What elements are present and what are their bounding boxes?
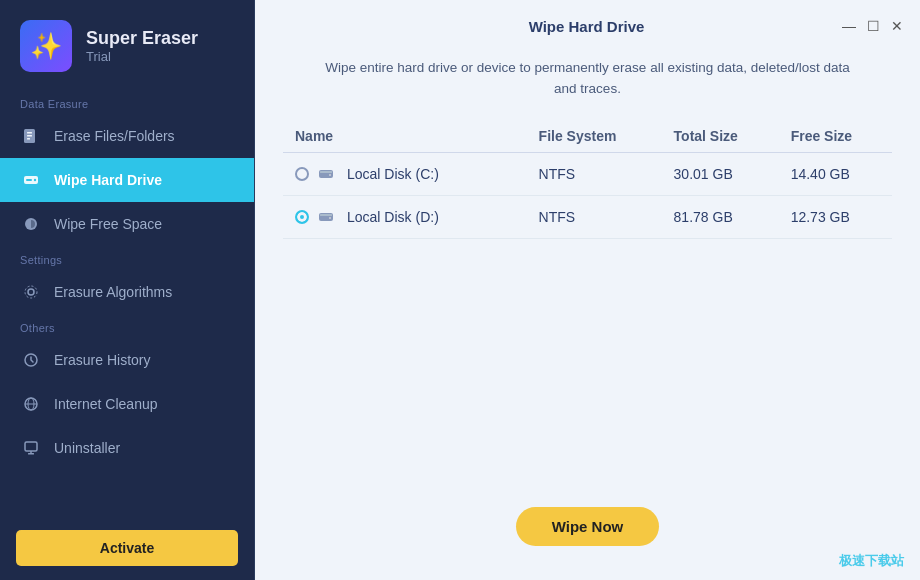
radio-button-0[interactable]	[295, 167, 309, 181]
app-header: ✨ Super Eraser Trial	[0, 0, 254, 90]
col-totalsize-header: Total Size	[662, 120, 779, 153]
erase-files-label: Erase Files/Folders	[54, 128, 175, 144]
erase-files-icon	[20, 125, 42, 147]
svg-point-8	[25, 286, 37, 298]
minimize-button[interactable]: —	[842, 19, 856, 33]
disk-name-0: Local Disk (C:)	[347, 166, 439, 182]
wipe-hard-drive-icon	[20, 169, 42, 191]
sidebar-item-erase-files[interactable]: Erase Files/Folders	[0, 114, 254, 158]
app-logo-icon: ✨	[30, 31, 62, 62]
disk-total-1: 81.78 GB	[662, 195, 779, 238]
app-title-block: Super Eraser Trial	[86, 28, 198, 64]
col-filesystem-header: File System	[527, 120, 662, 153]
sidebar-item-erasure-algorithms[interactable]: Erasure Algorithms	[0, 270, 254, 314]
section-others-label: Others	[0, 314, 254, 338]
sidebar-item-uninstaller[interactable]: Uninstaller	[0, 426, 254, 470]
svg-rect-5	[26, 179, 32, 181]
sidebar-item-wipe-free-space[interactable]: Wipe Free Space	[0, 202, 254, 246]
col-name-header: Name	[283, 120, 527, 153]
wipe-now-button[interactable]: Wipe Now	[516, 507, 660, 546]
main-panel: Wipe Hard Drive — ☐ ✕ Wipe entire hard d…	[255, 0, 920, 580]
app-logo: ✨	[20, 20, 72, 72]
radio-button-1[interactable]	[295, 210, 309, 224]
wipe-free-space-label: Wipe Free Space	[54, 216, 162, 232]
close-button[interactable]: ✕	[890, 19, 904, 33]
internet-cleanup-icon	[20, 393, 42, 415]
disk-table: Name File System Total Size Free Size	[283, 120, 892, 239]
section-settings-label: Settings	[0, 246, 254, 270]
svg-point-7	[28, 289, 34, 295]
svg-point-18	[329, 174, 331, 176]
section-data-erasure-label: Data Erasure	[0, 90, 254, 114]
internet-cleanup-label: Internet Cleanup	[54, 396, 158, 412]
disk-name-cell-1: Local Disk (D:)	[283, 195, 527, 238]
disk-fs-0: NTFS	[527, 152, 662, 195]
disk-icon-1	[317, 208, 335, 226]
window-controls: — ☐ ✕	[842, 19, 904, 33]
erasure-algorithms-label: Erasure Algorithms	[54, 284, 172, 300]
sidebar-item-internet-cleanup[interactable]: Internet Cleanup	[0, 382, 254, 426]
disk-name-cell-0: Local Disk (C:)	[283, 152, 527, 195]
svg-point-21	[329, 217, 331, 219]
uninstaller-icon	[20, 437, 42, 459]
col-freesize-header: Free Size	[779, 120, 892, 153]
disk-name-1: Local Disk (D:)	[347, 209, 439, 225]
sidebar-item-wipe-hard-drive[interactable]: Wipe Hard Drive	[0, 158, 254, 202]
uninstaller-label: Uninstaller	[54, 440, 120, 456]
app-subtitle: Trial	[86, 49, 198, 64]
watermark: 极速下载站	[839, 552, 904, 570]
svg-rect-17	[320, 171, 332, 173]
erasure-history-icon	[20, 349, 42, 371]
table-row[interactable]: Local Disk (D:) NTFS81.78 GB12.73 GB	[283, 195, 892, 238]
app-title: Super Eraser	[86, 28, 198, 49]
wipe-hard-drive-label: Wipe Hard Drive	[54, 172, 162, 188]
erasure-algorithms-icon	[20, 281, 42, 303]
disk-free-1: 12.73 GB	[779, 195, 892, 238]
window-title: Wipe Hard Drive	[331, 18, 842, 35]
svg-point-6	[34, 179, 36, 181]
svg-rect-20	[320, 214, 332, 216]
wipe-free-space-icon	[20, 213, 42, 235]
svg-rect-3	[27, 138, 30, 140]
window-titlebar: Wipe Hard Drive — ☐ ✕	[255, 0, 920, 42]
activate-button[interactable]: Activate	[16, 530, 238, 566]
sidebar: ✨ Super Eraser Trial Data Erasure Erase …	[0, 0, 255, 580]
sidebar-item-erasure-history[interactable]: Erasure History	[0, 338, 254, 382]
disk-total-0: 30.01 GB	[662, 152, 779, 195]
svg-rect-13	[25, 442, 37, 451]
content-area: Wipe entire hard drive or device to perm…	[255, 42, 920, 580]
sidebar-bottom: Activate	[0, 516, 254, 580]
table-row[interactable]: Local Disk (C:) NTFS30.01 GB14.40 GB	[283, 152, 892, 195]
svg-rect-14	[28, 453, 34, 455]
svg-rect-2	[27, 135, 32, 137]
disk-fs-1: NTFS	[527, 195, 662, 238]
erasure-history-label: Erasure History	[54, 352, 150, 368]
svg-rect-1	[27, 132, 32, 134]
disk-icon-0	[317, 165, 335, 183]
maximize-button[interactable]: ☐	[866, 19, 880, 33]
description-text: Wipe entire hard drive or device to perm…	[283, 58, 892, 100]
disk-free-0: 14.40 GB	[779, 152, 892, 195]
